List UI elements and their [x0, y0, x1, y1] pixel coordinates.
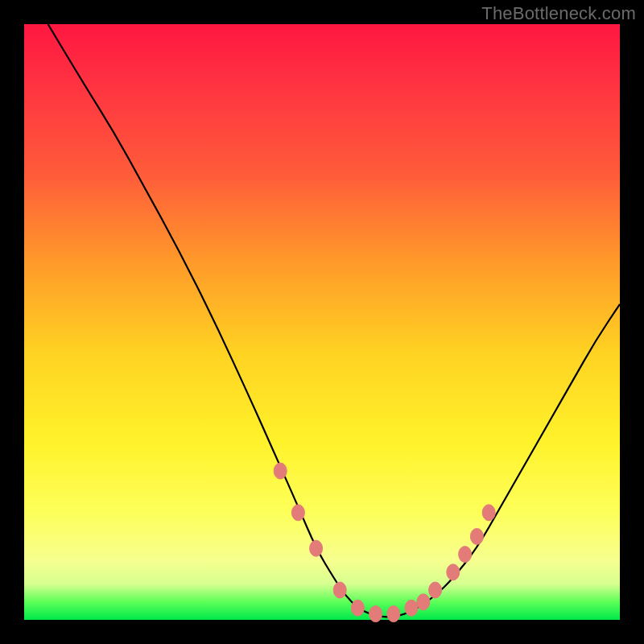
marker-point [470, 528, 483, 544]
marker-point [387, 606, 400, 622]
marker-point [482, 505, 495, 521]
curve-svg [24, 24, 620, 620]
plot-area [24, 24, 620, 620]
marker-point [274, 463, 287, 479]
chart-frame: TheBottleneck.com [0, 0, 644, 644]
marker-point [405, 600, 418, 616]
marker-point [429, 582, 442, 598]
marker-point [369, 606, 382, 622]
marker-point [417, 594, 430, 610]
marker-point [351, 600, 364, 616]
marker-group [274, 463, 495, 622]
marker-point [333, 582, 346, 598]
watermark-text: TheBottleneck.com [481, 3, 636, 24]
marker-point [447, 564, 460, 580]
bottleneck-curve [48, 24, 620, 617]
marker-point [310, 540, 323, 556]
marker-point [459, 547, 472, 563]
marker-point [291, 505, 304, 521]
